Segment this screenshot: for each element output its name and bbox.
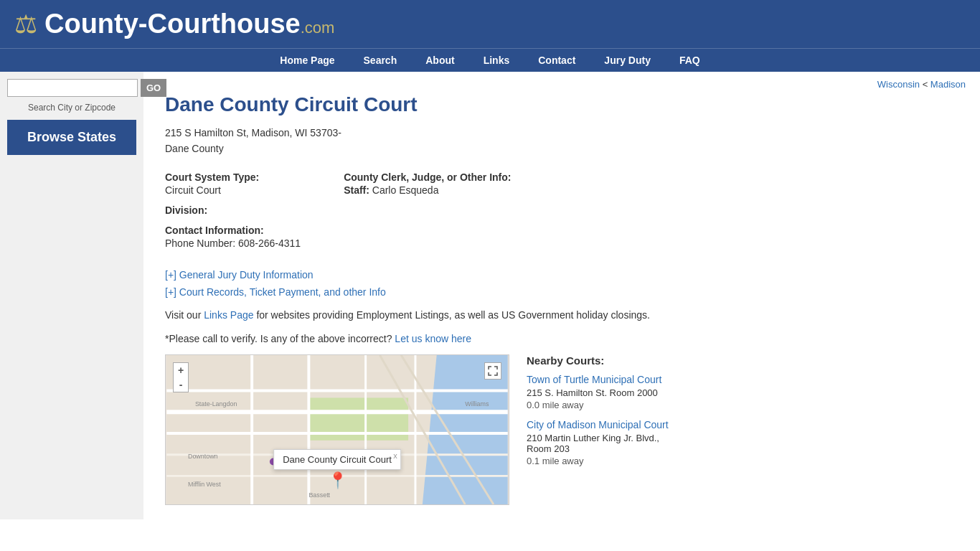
records-link[interactable]: [+] Court Records, Ticket Payment, and o… xyxy=(165,286,958,298)
breadcrumb-separator: < xyxy=(923,79,930,90)
nearby-courts: Nearby Courts: Town of Turtle Municipal … xyxy=(527,354,958,505)
search-box: GO xyxy=(7,79,136,97)
breadcrumb-city[interactable]: Madison xyxy=(930,79,966,90)
left-col: Court System Type: Circuit Court Divisio… xyxy=(165,171,301,258)
contact-section: Contact Information: Phone Number: 608-2… xyxy=(165,225,301,249)
jury-duty-link[interactable]: [+] General Jury Duty Information xyxy=(165,269,958,281)
court-title: Dane County Circuit Court xyxy=(165,93,958,116)
contact-label: Contact Information: xyxy=(165,225,301,236)
map-container: State-Langdon Downtown Mifflin West Bass… xyxy=(165,354,509,505)
breadcrumb-state[interactable]: Wisconsin xyxy=(877,79,920,90)
nearby-court-1-distance: 0.0 mile away xyxy=(527,400,958,410)
svg-text:Mifflin West: Mifflin West xyxy=(188,481,221,488)
system-type-label: Court System Type: xyxy=(165,171,301,183)
nearby-title: Nearby Courts: xyxy=(527,354,958,367)
visit-text: Visit our Links Page for websites provid… xyxy=(165,308,958,323)
nearby-court-2: City of Madison Municipal Court 210 Mart… xyxy=(527,419,958,466)
zoom-in-button[interactable]: + xyxy=(174,363,188,377)
search-input[interactable] xyxy=(7,79,138,97)
sidebar: GO Search City or Zipcode Browse States xyxy=(0,72,143,519)
address-line2: Dane County xyxy=(165,141,958,156)
svg-text:Williams: Williams xyxy=(465,400,489,408)
links-page-link[interactable]: Links Page xyxy=(204,309,253,321)
browse-states-button[interactable]: Browse States xyxy=(7,120,136,155)
svg-text:State-Langdon: State-Langdon xyxy=(195,400,237,408)
map-tooltip: x Dane County Circuit Court xyxy=(273,449,401,470)
clerk-label: County Clerk, Judge, or Other Info: xyxy=(344,171,511,183)
site-title: County-Courthouse.com xyxy=(44,9,334,39)
tooltip-label: Dane County Circuit Court xyxy=(283,454,392,465)
phone-number: 608-266-4311 xyxy=(238,237,301,249)
nearby-court-1: Town of Turtle Municipal Court 215 S. Ha… xyxy=(527,374,958,410)
page-wrap: GO Search City or Zipcode Browse States … xyxy=(0,72,980,519)
nav-faq[interactable]: FAQ xyxy=(679,55,700,66)
search-label: Search City or Zipcode xyxy=(7,103,136,113)
svg-text:Downtown: Downtown xyxy=(188,452,218,459)
system-type-value: Circuit Court xyxy=(165,184,301,196)
system-type-section: Court System Type: Circuit Court xyxy=(165,171,301,196)
map-zoom-controls: + - xyxy=(173,362,189,392)
staff-name: Carlo Esqueda xyxy=(372,184,439,196)
division-section: Division: xyxy=(165,204,301,216)
clerk-section: County Clerk, Judge, or Other Info: Staf… xyxy=(344,171,511,196)
nav-search[interactable]: Search xyxy=(364,55,397,66)
content-bottom: State-Langdon Downtown Mifflin West Bass… xyxy=(165,354,958,505)
main-nav: Home Page Search About Links Contact Jur… xyxy=(0,48,980,72)
address-line1: 215 S Hamilton St, Madison, WI 53703- xyxy=(165,125,958,141)
nearby-court-1-address: 215 S. Hamilton St. Room 2000 xyxy=(527,387,958,398)
nearby-court-1-name[interactable]: Town of Turtle Municipal Court xyxy=(527,374,958,385)
staff-value: Staff: Carlo Esqueda xyxy=(344,184,511,196)
info-grid: Court System Type: Circuit Court Divisio… xyxy=(165,171,958,258)
verify-text: *Please call to verify. Is any of the ab… xyxy=(165,333,958,344)
nav-contact[interactable]: Contact xyxy=(538,55,575,66)
nav-links[interactable]: Links xyxy=(484,55,510,66)
nearby-court-2-name[interactable]: City of Madison Municipal Court xyxy=(527,419,958,430)
tooltip-close[interactable]: x xyxy=(393,451,397,460)
division-label: Division: xyxy=(165,204,301,216)
phone-label: Phone Number: xyxy=(165,237,235,249)
header: ⚖ County-Courthouse.com xyxy=(0,0,980,48)
scales-icon: ⚖ xyxy=(14,9,37,39)
map-pin: 📍 xyxy=(328,471,347,490)
svg-text:Bassett: Bassett xyxy=(308,491,330,499)
court-address: 215 S Hamilton St, Madison, WI 53703- Da… xyxy=(165,125,958,157)
let-us-know-link[interactable]: Let us know here xyxy=(395,333,471,344)
staff-label: Staff: xyxy=(344,184,369,196)
nav-about[interactable]: About xyxy=(425,55,454,66)
zoom-out-button[interactable]: - xyxy=(174,377,188,392)
main-content: Wisconsin < Madison Dane County Circuit … xyxy=(143,72,980,519)
map-fullscreen-button[interactable] xyxy=(484,362,501,380)
breadcrumb: Wisconsin < Madison xyxy=(877,79,966,90)
nearby-court-2-address: 210 Martin Luther King Jr. Blvd.,Room 20… xyxy=(527,433,958,454)
nav-home[interactable]: Home Page xyxy=(280,55,334,66)
nearby-court-2-distance: 0.1 mile away xyxy=(527,456,958,466)
logo: ⚖ County-Courthouse.com xyxy=(14,9,334,39)
phone-value: Phone Number: 608-266-4311 xyxy=(165,237,301,249)
nav-jury-duty[interactable]: Jury Duty xyxy=(604,55,651,66)
right-col: County Clerk, Judge, or Other Info: Staf… xyxy=(344,171,511,258)
